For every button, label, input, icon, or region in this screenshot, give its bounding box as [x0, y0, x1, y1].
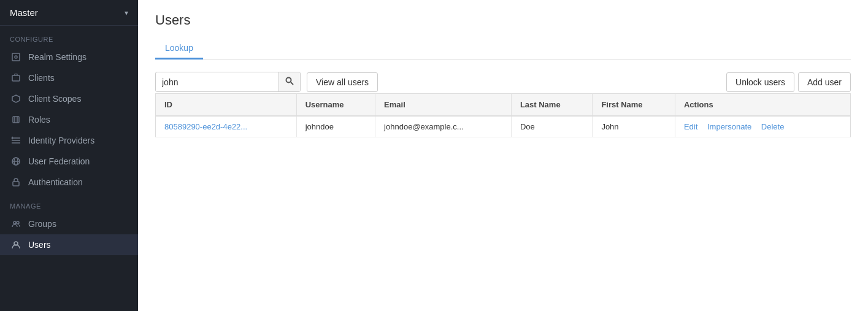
sidebar-item-label: Groups: [28, 219, 56, 229]
sidebar-item-label: Realm Settings: [28, 52, 86, 62]
sidebar-item-user-federation[interactable]: User Federation: [0, 151, 138, 172]
view-all-users-button[interactable]: View all users: [307, 72, 378, 92]
cell-actions: Edit Impersonate Delete: [675, 116, 850, 137]
col-header-actions: Actions: [675, 94, 850, 117]
authentication-icon: [10, 178, 22, 186]
search-button[interactable]: [278, 72, 300, 91]
sidebar-item-label: Roles: [28, 115, 50, 125]
sidebar-item-client-scopes[interactable]: Client Scopes: [0, 88, 138, 109]
svg-line-20: [291, 82, 293, 85]
sidebar-item-groups[interactable]: Groups: [0, 213, 138, 234]
cell-email: johndoe@example.c...: [375, 116, 512, 137]
table-row: 80589290-ee2d-4e22... johndoe johndoe@ex…: [156, 116, 851, 137]
sidebar-item-label: Users: [28, 240, 51, 250]
client-scopes-icon: [10, 94, 22, 103]
user-federation-icon: [10, 157, 22, 166]
add-user-button[interactable]: Add user: [798, 72, 851, 92]
svg-rect-2: [12, 75, 20, 81]
svg-rect-4: [13, 117, 19, 123]
groups-icon: [10, 220, 22, 228]
col-header-username: Username: [296, 94, 375, 117]
sidebar-item-identity-providers[interactable]: Identity Providers: [0, 130, 138, 151]
clients-icon: [10, 74, 22, 82]
sidebar-item-roles[interactable]: Roles: [0, 109, 138, 130]
sidebar-item-realm-settings[interactable]: Realm Settings: [0, 47, 138, 67]
sidebar-item-authentication[interactable]: Authentication: [0, 172, 138, 193]
realm-settings-icon: [10, 53, 22, 61]
col-header-lastname: Last Name: [511, 94, 593, 117]
svg-point-19: [286, 78, 291, 83]
sidebar-item-label: User Federation: [28, 156, 90, 166]
configure-section-label: Configure: [0, 26, 138, 47]
search-input[interactable]: [156, 73, 278, 91]
sidebar-item-label: Authentication: [28, 177, 83, 187]
realm-name: Master: [10, 7, 38, 18]
sidebar-item-clients[interactable]: Clients: [0, 67, 138, 88]
impersonate-link[interactable]: Impersonate: [707, 122, 751, 131]
svg-rect-15: [13, 182, 19, 186]
col-header-email: Email: [375, 94, 512, 117]
svg-point-16: [13, 221, 16, 224]
edit-link[interactable]: Edit: [684, 122, 697, 131]
table-header-row: ID Username Email Last Name First Name A…: [156, 94, 851, 117]
users-icon: [10, 240, 22, 249]
search-icon: [285, 77, 294, 85]
sidebar-item-label: Identity Providers: [28, 136, 94, 145]
chevron-down-icon: ▾: [125, 9, 128, 17]
cell-lastname: Doe: [511, 116, 593, 137]
cell-username: johndoe: [296, 116, 375, 137]
identity-providers-icon: [10, 136, 22, 145]
col-header-firstname: First Name: [593, 94, 675, 117]
user-id-link[interactable]: 80589290-ee2d-4e22...: [164, 122, 247, 131]
roles-icon: [10, 115, 22, 124]
main-content: Users Lookup View all users Unlock users…: [138, 0, 868, 311]
svg-marker-3: [12, 95, 20, 102]
sidebar-item-label: Client Scopes: [28, 94, 81, 104]
col-header-id: ID: [156, 94, 297, 117]
tabs-container: Lookup: [155, 38, 851, 60]
svg-point-17: [17, 221, 19, 224]
users-table: ID Username Email Last Name First Name A…: [155, 93, 851, 137]
tab-lookup[interactable]: Lookup: [155, 38, 203, 60]
sidebar-item-users[interactable]: Users: [0, 234, 138, 255]
toolbar: View all users Unlock users Add user: [155, 72, 851, 92]
manage-section-label: Manage: [0, 193, 138, 213]
search-container: [155, 72, 301, 92]
svg-rect-0: [12, 53, 20, 61]
page-title: Users: [155, 12, 851, 28]
unlock-users-button[interactable]: Unlock users: [726, 72, 794, 92]
cell-firstname: John: [593, 116, 675, 137]
svg-point-1: [15, 56, 17, 58]
sidebar-item-label: Clients: [28, 73, 55, 83]
sidebar: Master ▾ Configure Realm Settings Client…: [0, 0, 138, 311]
delete-link[interactable]: Delete: [761, 122, 785, 131]
realm-selector[interactable]: Master ▾: [0, 0, 138, 26]
cell-id: 80589290-ee2d-4e22...: [156, 116, 297, 137]
